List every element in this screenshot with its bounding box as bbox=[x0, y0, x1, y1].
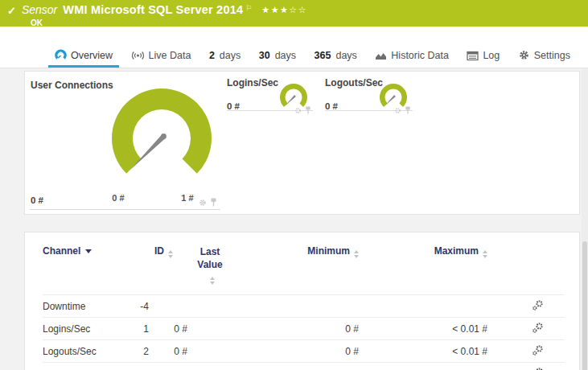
caret-down-icon bbox=[85, 249, 92, 253]
status-badge: OK bbox=[31, 18, 307, 27]
sensor-status-bar: ✓ Sensor WMI Microsoft SQL Server 2014 ⚐… bbox=[0, 0, 588, 27]
pin-icon[interactable] bbox=[210, 198, 217, 207]
tab-2-days[interactable]: 2 days bbox=[203, 45, 247, 68]
tab-2-days-number: 2 bbox=[209, 50, 215, 61]
tab-2-days-label: days bbox=[220, 50, 241, 61]
channel-last-value: 0 # bbox=[173, 340, 226, 363]
channel-table-card: Channel ID Last Value Minimum Maximum Do… bbox=[24, 232, 580, 370]
check-icon: ✓ bbox=[7, 6, 16, 16]
gauge-panel-logouts: Logouts/Sec 0 # bbox=[325, 76, 413, 111]
flag-icon[interactable]: ⚐ bbox=[245, 4, 252, 13]
tab-settings[interactable]: Settings bbox=[512, 44, 577, 68]
stars-empty: ☆☆ bbox=[289, 5, 307, 14]
table-row-logins[interactable]: Logins/Sec 1 0 # 0 # < 0.01 # bbox=[43, 318, 565, 340]
pin-icon[interactable] bbox=[405, 106, 411, 114]
gear-icon[interactable] bbox=[294, 107, 302, 114]
stars-filled: ★★★ bbox=[261, 5, 289, 14]
gear-icon[interactable] bbox=[394, 107, 401, 114]
column-header-last-value[interactable]: Last Value bbox=[173, 239, 226, 295]
tab-365-days-number: 365 bbox=[315, 50, 331, 61]
tab-overview-label: Overview bbox=[71, 50, 113, 61]
channel-settings-icon[interactable] bbox=[532, 344, 544, 356]
channel-last-value: 0 # bbox=[173, 363, 226, 370]
channel-last-value bbox=[173, 295, 226, 318]
column-header-minimum[interactable]: Minimum bbox=[226, 239, 359, 295]
column-header-channel[interactable]: Channel bbox=[43, 239, 139, 295]
channel-name[interactable]: Downtime bbox=[43, 295, 139, 318]
pin-icon[interactable] bbox=[305, 106, 311, 114]
table-row-downtime[interactable]: Downtime -4 bbox=[43, 295, 565, 318]
tab-30-days-label: days bbox=[275, 50, 296, 61]
tab-historic-data-label: Historic Data bbox=[391, 50, 449, 61]
channel-minimum: 0 # bbox=[226, 340, 359, 363]
sort-icon bbox=[168, 250, 173, 258]
column-header-maximum[interactable]: Maximum bbox=[359, 239, 487, 295]
channel-name[interactable]: Logouts/Sec bbox=[43, 340, 139, 363]
sensor-kind-label: Sensor bbox=[22, 3, 57, 17]
channel-settings-icon[interactable] bbox=[532, 367, 544, 370]
gear-icon[interactable] bbox=[199, 199, 207, 207]
tab-30-days-number: 30 bbox=[259, 50, 270, 61]
channel-maximum bbox=[359, 295, 487, 318]
current-value: 0 # bbox=[227, 101, 240, 111]
table-header-row: Channel ID Last Value Minimum Maximum bbox=[43, 239, 565, 295]
current-value: 0 # bbox=[31, 195, 43, 205]
channel-table: Channel ID Last Value Minimum Maximum Do… bbox=[43, 239, 565, 370]
channel-id: 2 bbox=[139, 340, 173, 363]
column-header-actions bbox=[487, 239, 565, 295]
channel-minimum: 0 # bbox=[226, 363, 359, 370]
channel-last-value: 0 # bbox=[173, 318, 226, 340]
channel-maximum: < 0.01 # bbox=[359, 318, 487, 340]
sort-icon bbox=[483, 250, 487, 258]
gauge-panel-logins: Logins/Sec 0 # bbox=[227, 76, 313, 111]
tab-bar: Overview Live Data 2 days 30 days 365 da… bbox=[0, 27, 588, 68]
channel-id: 0 bbox=[139, 363, 173, 370]
tab-live-data[interactable]: Live Data bbox=[125, 45, 198, 68]
gauges-card: User Connections 0 # 1 # 0 # Logins/Sec … bbox=[24, 71, 580, 215]
column-header-id[interactable]: ID bbox=[139, 239, 173, 295]
area-chart-icon bbox=[375, 50, 387, 61]
vertical-scrollbar[interactable] bbox=[582, 68, 588, 370]
current-value: 0 # bbox=[325, 101, 338, 111]
tab-overview[interactable]: Overview bbox=[48, 44, 119, 68]
channel-id: -4 bbox=[139, 295, 173, 318]
gauge-icon bbox=[55, 49, 67, 61]
channel-name[interactable]: User Connections bbox=[43, 363, 139, 370]
broadcast-icon bbox=[131, 50, 145, 61]
panel-title: Logins/Sec bbox=[227, 77, 278, 88]
tab-365-days[interactable]: 365 days bbox=[308, 45, 364, 68]
sort-icon bbox=[210, 277, 215, 285]
channel-id: 1 bbox=[139, 318, 173, 340]
tab-live-data-label: Live Data bbox=[149, 50, 191, 61]
tab-settings-label: Settings bbox=[534, 50, 570, 61]
gauge-panel-user-connections: User Connections 0 # 1 # 0 # bbox=[30, 76, 220, 210]
channel-maximum: 0 # bbox=[359, 363, 487, 370]
tab-log[interactable]: Log bbox=[460, 45, 506, 68]
channel-minimum: 0 # bbox=[226, 318, 359, 340]
sort-icon bbox=[354, 250, 359, 258]
tab-historic-data[interactable]: Historic Data bbox=[368, 45, 455, 68]
channel-name[interactable]: Logins/Sec bbox=[43, 318, 139, 340]
channel-settings-icon[interactable] bbox=[532, 299, 544, 311]
channel-minimum bbox=[226, 295, 359, 318]
channel-settings-icon[interactable] bbox=[532, 322, 544, 334]
gear-icon bbox=[518, 49, 530, 61]
gauge-scale-max: 1 # bbox=[178, 193, 197, 203]
sensor-title: WMI Microsoft SQL Server 2014 bbox=[63, 3, 243, 17]
tab-log-label: Log bbox=[483, 50, 500, 61]
log-icon bbox=[467, 51, 479, 61]
tab-365-days-label: days bbox=[335, 50, 356, 61]
gauge-scale-min: 0 # bbox=[109, 193, 128, 203]
star-rating[interactable]: ★★★☆☆ bbox=[261, 5, 307, 15]
scrollbar-thumb[interactable] bbox=[582, 241, 587, 370]
channel-maximum: < 0.01 # bbox=[359, 340, 487, 363]
user-connections-gauge bbox=[101, 80, 222, 182]
panel-title: Logouts/Sec bbox=[325, 77, 383, 88]
tab-30-days[interactable]: 30 days bbox=[253, 45, 302, 68]
table-row-logouts[interactable]: Logouts/Sec 2 0 # 0 # < 0.01 # bbox=[43, 340, 565, 363]
table-row-user-connections[interactable]: User Connections 0 0 # 0 # 0 # bbox=[43, 363, 565, 370]
